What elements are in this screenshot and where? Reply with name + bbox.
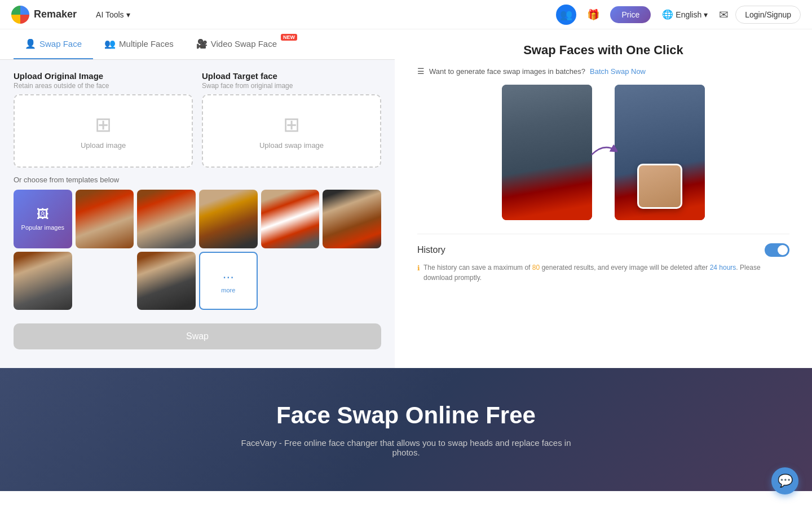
tab-swap-face-label: Swap Face — [39, 39, 82, 49]
note-highlight-80: 80 — [532, 264, 540, 271]
tab-swap-face[interactable]: 👤 Swap Face — [14, 29, 93, 59]
tab-video-swap-label: Video Swap Face — [211, 39, 277, 49]
upload-original-label: Upload Original Image — [14, 71, 193, 81]
template-harry[interactable] — [323, 190, 381, 248]
batch-row: ☰ Want to generate face swap images in b… — [417, 67, 789, 76]
main-layout: 👤 Swap Face 👥 Multiple Faces 🎥 Video Swa… — [0, 29, 812, 368]
more-dots-icon: ··· — [223, 269, 234, 284]
tabs-bar: 👤 Swap Face 👥 Multiple Faces 🎥 Video Swa… — [0, 29, 395, 60]
note-content: The history can save a maximum of 80 gen… — [423, 262, 789, 283]
upload-original-box[interactable]: ⊞ Upload image — [14, 94, 193, 168]
tab-multiple-faces-label: Multiple Faces — [119, 39, 174, 49]
upload-original-sublabel: Retain areas outside of the face — [14, 82, 193, 90]
template-christmas-girl[interactable] — [76, 190, 134, 248]
upload-row: Upload Original Image Retain areas outsi… — [14, 71, 381, 168]
chat-icon: 💬 — [778, 474, 793, 488]
person-icon: 👤 — [25, 38, 36, 49]
note-text-2: generated results, and every image will … — [540, 264, 710, 271]
left-panel: 👤 Swap Face 👥 Multiple Faces 🎥 Video Swa… — [0, 29, 395, 368]
upload-target-icon: ⊞ — [283, 113, 300, 137]
mail-icon-button[interactable]: ✉ — [719, 8, 729, 21]
popular-images-item[interactable]: 🖼 Popular images — [14, 190, 72, 248]
swap-arrow-icon — [589, 138, 617, 167]
more-label: more — [221, 287, 235, 294]
templates-grid: 🖼 Popular images ··· more — [14, 190, 381, 310]
history-section: History ℹ The history can save a maximum… — [417, 234, 789, 283]
price-button[interactable]: Price — [610, 6, 651, 23]
batch-swap-now-link[interactable]: Batch Swap Now — [590, 67, 646, 76]
upload-original-wrap: Upload Original Image Retain areas outsi… — [14, 71, 193, 168]
template-empty — [76, 252, 134, 310]
chevron-down-icon: ▾ — [126, 10, 130, 19]
template-christmas-woman2[interactable] — [199, 190, 258, 248]
navbar: Remaker AI Tools ▾ 👥 🎁 Price 🌐 English ▾… — [0, 0, 812, 29]
upload-target-wrap: Upload Target face Swap face from origin… — [202, 71, 381, 168]
video-icon: 🎥 — [196, 38, 208, 49]
history-row: History — [417, 243, 789, 257]
ai-tools-button[interactable]: AI Tools ▾ — [90, 7, 136, 23]
people-icon: 👥 — [104, 38, 116, 49]
note-text-1: The history can save a maximum of — [423, 264, 532, 271]
nav-right: 👥 🎁 Price 🌐 English ▾ ✉ Login/Signup — [556, 5, 801, 25]
template-christmas-woman[interactable] — [137, 190, 196, 248]
layers-icon: ☰ — [417, 67, 425, 76]
info-icon: ℹ — [417, 263, 420, 273]
language-label: English — [676, 10, 701, 19]
upload-target-sublabel: Swap face from original image — [202, 82, 381, 90]
upload-original-icon: ⊞ — [95, 113, 112, 137]
template-santa[interactable] — [261, 190, 320, 248]
right-title: Swap Faces with One Click — [417, 43, 789, 58]
gift-icon-button[interactable]: 🎁 — [583, 5, 603, 25]
templates-section: Or choose from templates below 🖼 Popular… — [0, 173, 395, 319]
upload-original-text: Upload image — [81, 141, 126, 150]
image-gallery-icon: 🖼 — [37, 207, 49, 222]
demo-before-image — [502, 85, 592, 220]
ai-tools-label: AI Tools — [96, 10, 124, 19]
upload-target-label: Upload Target face — [202, 71, 381, 81]
history-label: History — [417, 245, 445, 255]
language-button[interactable]: 🌐 English ▾ — [657, 6, 712, 23]
bottom-section: Face Swap Online Free FaceVary - Free on… — [0, 368, 812, 491]
new-badge: NEW — [281, 34, 297, 41]
right-panel: Swap Faces with One Click ☰ Want to gene… — [395, 29, 812, 368]
logo-icon — [11, 6, 29, 24]
users-icon-button[interactable]: 👥 — [556, 5, 576, 25]
bottom-subtitle: FaceVary - Free online face changer that… — [237, 438, 575, 457]
tab-video-swap[interactable]: 🎥 Video Swap Face NEW — [185, 29, 295, 59]
template-hermione[interactable] — [14, 252, 72, 310]
upload-target-text: Upload swap image — [259, 141, 324, 150]
lang-chevron-icon: ▾ — [704, 10, 708, 19]
logo-text: Remaker — [34, 8, 77, 20]
demo-after-wrap — [615, 85, 705, 220]
arrow-wrap — [586, 138, 620, 167]
note-highlight-24: 24 hours — [710, 264, 736, 271]
login-button[interactable]: Login/Signup — [735, 6, 801, 24]
swap-button-wrap: Swap — [0, 319, 395, 363]
templates-label: Or choose from templates below — [14, 176, 381, 184]
demo-container — [417, 85, 789, 220]
template-more-button[interactable]: ··· more — [199, 252, 258, 310]
history-toggle[interactable] — [765, 243, 789, 257]
tab-multiple-faces[interactable]: 👥 Multiple Faces — [93, 29, 185, 59]
popular-label: Popular images — [21, 224, 64, 231]
swap-button[interactable]: Swap — [14, 323, 381, 349]
logo[interactable]: Remaker — [11, 6, 77, 24]
upload-target-box[interactable]: ⊞ Upload swap image — [202, 94, 381, 168]
batch-text: Want to generate face swap images in bat… — [429, 67, 585, 76]
history-note: ℹ The history can save a maximum of 80 g… — [417, 262, 789, 283]
bottom-title: Face Swap Online Free — [23, 402, 789, 429]
upload-section: Upload Original Image Retain areas outsi… — [0, 60, 395, 173]
template-girl[interactable] — [137, 252, 196, 310]
globe-icon: 🌐 — [662, 9, 673, 20]
face-overlay — [637, 164, 682, 209]
chat-button[interactable]: 💬 — [771, 467, 798, 491]
